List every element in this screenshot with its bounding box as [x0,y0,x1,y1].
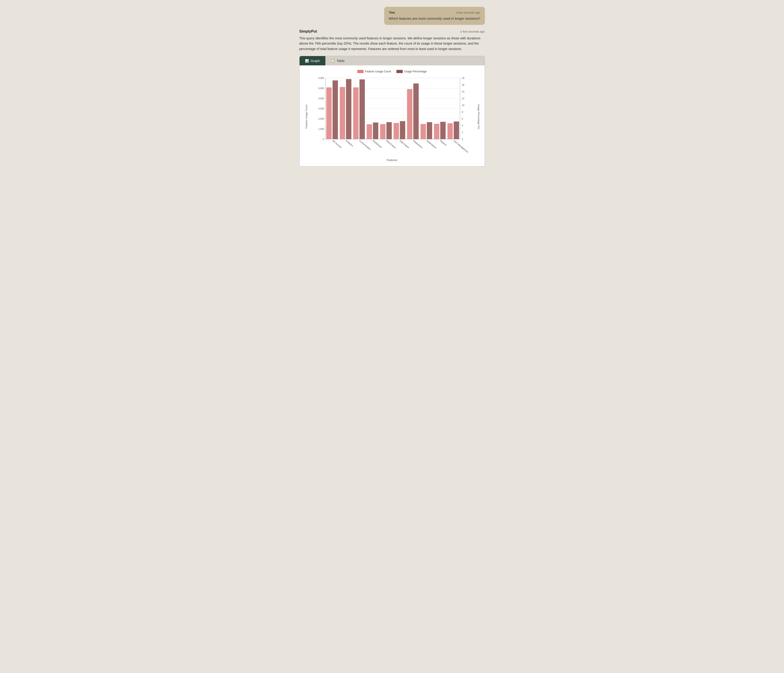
svg-rect-38 [373,123,378,139]
svg-text:6,000: 6,000 [318,77,324,79]
graph-tab-icon: 📊 [305,59,309,63]
legend-swatch-pct [397,70,403,73]
table-tab-label: Table [336,59,345,63]
chart-legend: Feature Usage Count Usage Percentage [304,70,480,73]
tab-graph[interactable]: 📊 Graph [300,56,325,65]
svg-text:API Access: API Access [332,139,342,149]
svg-rect-32 [346,79,352,139]
svg-text:User Management: User Management [453,139,468,153]
x-axis-label: Features [304,159,480,162]
svg-text:2: 2 [462,131,463,134]
legend-label-count: Feature Usage Count [365,70,391,73]
response-sender-label: SimplyPut [299,30,317,34]
response-container: SimplyPut a few seconds ago This query i… [299,30,485,167]
svg-text:Dashboard: Dashboard [372,139,382,148]
svg-text:Customization: Customization [359,139,371,151]
tab-table[interactable]: 📋 Table [325,56,350,65]
legend-label-pct: Usage Percentage [404,70,426,73]
svg-text:1,000: 1,000 [318,128,324,130]
panel-tabs: 📊 Graph 📋 Table [300,56,485,65]
svg-text:10: 10 [462,104,465,107]
response-text: This query identifies the most commonly … [299,36,485,52]
bar-chart-svg: 01,0002,0003,0004,0005,0006,000024681012… [308,76,476,157]
svg-text:Reports: Reports [439,139,447,146]
svg-text:Analytics: Analytics [345,139,354,147]
legend-swatch-count [357,70,364,73]
svg-text:14: 14 [462,90,465,93]
svg-rect-29 [332,81,338,139]
response-header: SimplyPut a few seconds ago [299,30,485,34]
svg-rect-56 [454,121,459,139]
svg-text:6: 6 [462,118,463,120]
svg-rect-28 [326,87,332,139]
svg-text:8: 8 [462,111,463,113]
chart-inner: 01,0002,0003,0004,0005,0006,000024681012… [308,76,476,157]
svg-text:5,000: 5,000 [318,87,324,90]
svg-text:16: 16 [462,84,465,86]
legend-item-count: Feature Usage Count [357,70,391,73]
chart-wrapper: Feature Usage Count Usage Percentage Fea… [304,70,480,162]
svg-rect-47 [413,84,418,139]
svg-rect-55 [447,123,453,139]
svg-rect-35 [359,79,365,139]
y-axis-left-label: Feature Usage Count [304,76,308,157]
panel-content: Feature Usage Count Usage Percentage Fea… [300,65,485,166]
svg-rect-40 [380,124,386,139]
svg-rect-46 [407,89,412,139]
svg-rect-44 [400,121,405,139]
svg-text:Data Import: Data Import [399,139,409,149]
svg-text:Integrations: Integrations [412,139,423,149]
svg-text:Data Export: Data Export [386,139,397,149]
svg-rect-41 [386,122,392,139]
svg-text:3,000: 3,000 [318,107,324,110]
svg-text:2,000: 2,000 [318,118,324,120]
svg-text:0: 0 [462,138,463,140]
user-message-bubble: You a few seconds ago Which features are… [384,7,485,25]
graph-tab-label: Graph [311,59,320,63]
y-axis-right-label: Usage Percentage (%) [476,76,480,157]
user-sender-label: You [389,11,395,14]
result-panel: 📊 Graph 📋 Table Feature Usage Count [299,56,485,166]
svg-rect-53 [440,122,445,139]
svg-rect-50 [427,122,432,139]
svg-rect-49 [420,124,426,139]
table-tab-icon: 📋 [331,59,334,63]
svg-text:18: 18 [462,77,465,79]
svg-rect-34 [353,87,359,139]
svg-rect-52 [434,124,439,139]
response-timestamp: a few seconds ago [460,30,485,33]
chart-area: Feature Usage Count 01,0002,0003,0004,00… [304,76,480,157]
user-message-timestamp: a few seconds ago [456,11,480,14]
user-message-header: You a few seconds ago [389,11,480,14]
svg-text:4: 4 [462,124,463,127]
user-message-text: Which features are most commonly used in… [389,16,480,21]
svg-text:12: 12 [462,97,465,100]
chat-container: You a few seconds ago Which features are… [299,7,485,166]
svg-rect-43 [394,123,399,139]
legend-item-pct: Usage Percentage [397,70,426,73]
svg-text:Notifications: Notifications [426,139,437,149]
svg-text:4,000: 4,000 [318,97,324,100]
svg-rect-31 [340,87,345,139]
svg-text:0: 0 [323,138,324,140]
svg-rect-37 [367,124,372,139]
